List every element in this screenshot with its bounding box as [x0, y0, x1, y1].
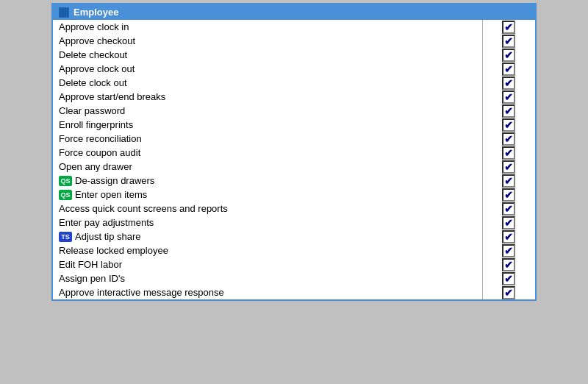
ts-badge: TS: [59, 232, 72, 242]
permission-label: De-assign drawers: [75, 175, 154, 186]
permission-checkbox[interactable]: ✔: [502, 104, 515, 118]
title-bar: Employee: [53, 4, 535, 20]
permission-checkbox[interactable]: ✔: [502, 286, 515, 299]
permission-label: Force reconciliation: [59, 133, 142, 144]
permission-checkbox[interactable]: ✔: [502, 160, 515, 174]
permission-label: Delete clock out: [59, 77, 127, 88]
permission-label: Assign pen ID's: [59, 273, 125, 284]
permission-checkbox[interactable]: ✔: [502, 188, 515, 202]
permission-label: Access quick count screens and reports: [59, 203, 228, 214]
permission-checkbox[interactable]: ✔: [502, 132, 515, 146]
permission-checkbox[interactable]: ✔: [502, 118, 515, 132]
permission-checkbox[interactable]: ✔: [502, 174, 515, 188]
title-bar-icon: [59, 7, 69, 18]
permission-checkbox[interactable]: ✔: [502, 216, 515, 230]
table-row: QSDe-assign drawers✔: [53, 174, 535, 188]
table-row: Delete checkout✔: [53, 48, 535, 62]
permission-label: Adjust tip share: [75, 231, 141, 242]
table-row: Release locked employee✔: [53, 243, 535, 257]
permission-checkbox[interactable]: ✔: [502, 49, 515, 62]
permission-label: Approve clock out: [59, 63, 135, 74]
permission-checkbox[interactable]: ✔: [502, 77, 515, 90]
permission-label: Delete checkout: [59, 49, 127, 60]
permissions-table: Approve clock in✔Approve checkout✔Delete…: [53, 20, 535, 299]
table-row: QSEnter open items✔: [53, 188, 535, 202]
qs-badge: QS: [59, 176, 72, 186]
permission-label: Clear password: [59, 105, 125, 116]
table-row: Force reconciliation✔: [53, 132, 535, 146]
table-row: Delete clock out✔: [53, 76, 535, 90]
permission-label: Enter open items: [75, 189, 147, 200]
permission-checkbox[interactable]: ✔: [502, 146, 515, 160]
permission-label: Approve checkout: [59, 35, 135, 46]
permission-label: Open any drawer: [59, 161, 132, 172]
table-row: Enroll fingerprints✔: [53, 118, 535, 132]
permission-label: Approve start/end breaks: [59, 91, 165, 102]
permission-label: Approve clock in: [59, 21, 129, 32]
permission-checkbox[interactable]: ✔: [502, 90, 515, 104]
table-row: TSAdjust tip share✔: [53, 230, 535, 243]
table-row: Enter pay adjustments✔: [53, 216, 535, 230]
table-row: Approve interactive message response✔: [53, 285, 535, 299]
window-title: Employee: [74, 7, 118, 18]
permission-label: Enroll fingerprints: [59, 119, 133, 130]
permission-checkbox[interactable]: ✔: [502, 272, 515, 285]
table-row: Edit FOH labor✔: [53, 257, 535, 271]
permission-checkbox[interactable]: ✔: [502, 35, 515, 48]
permission-label: Edit FOH labor: [59, 259, 122, 270]
table-row: Clear password✔: [53, 104, 535, 118]
permission-checkbox[interactable]: ✔: [502, 202, 515, 216]
table-row: Approve start/end breaks✔: [53, 90, 535, 104]
table-row: Approve clock out✔: [53, 62, 535, 76]
permission-checkbox[interactable]: ✔: [502, 230, 515, 243]
permission-label: Enter pay adjustments: [59, 217, 154, 228]
table-row: Assign pen ID's✔: [53, 271, 535, 285]
permission-checkbox[interactable]: ✔: [502, 258, 515, 271]
table-row: Access quick count screens and reports✔: [53, 202, 535, 216]
table-row: Open any drawer✔: [53, 160, 535, 174]
employee-window: Employee Approve clock in✔Approve checko…: [51, 3, 537, 301]
permission-checkbox[interactable]: ✔: [502, 244, 515, 257]
permission-checkbox[interactable]: ✔: [502, 63, 515, 76]
table-row: Approve clock in✔: [53, 20, 535, 34]
qs-badge: QS: [59, 190, 72, 200]
permission-checkbox[interactable]: ✔: [502, 21, 515, 34]
permission-label: Force coupon audit: [59, 147, 140, 158]
permission-label: Approve interactive message response: [59, 287, 224, 298]
table-row: Approve checkout✔: [53, 34, 535, 48]
permission-label: Release locked employee: [59, 245, 168, 256]
table-row: Force coupon audit✔: [53, 146, 535, 160]
